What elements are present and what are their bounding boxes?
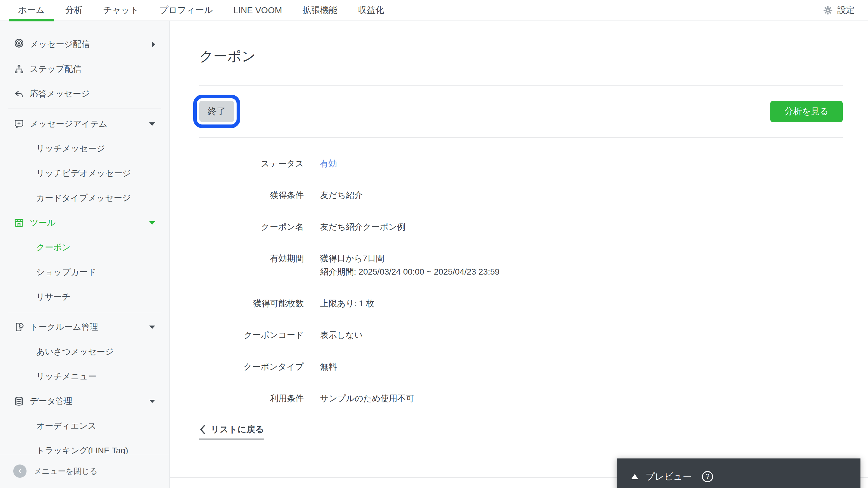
status-filter-ended-button[interactable]: 終了 bbox=[199, 101, 234, 122]
detail-label: クーポンタイプ bbox=[199, 360, 304, 373]
storefront-icon bbox=[13, 217, 24, 228]
detail-row-acquisition-condition: 獲得条件 友だち紹介 bbox=[199, 189, 843, 202]
chevron-down-icon bbox=[149, 122, 155, 126]
triangle-up-icon bbox=[631, 474, 638, 479]
sidebar-item-shop-card[interactable]: ショップカード bbox=[0, 260, 169, 284]
coupon-toolbar: 終了 分析を見る bbox=[199, 86, 843, 137]
top-navigation: ホーム 分析 チャット プロフィール LINE VOOM 拡張機能 収益化 設定 bbox=[0, 0, 868, 21]
preview-panel-toggle[interactable]: プレビュー ? bbox=[617, 458, 861, 488]
nav-tab-chat[interactable]: チャット bbox=[94, 0, 148, 21]
sidebar-item-audience[interactable]: オーディエンス bbox=[0, 414, 169, 438]
chevron-right-icon bbox=[152, 41, 155, 47]
detail-row-usage-condition: 利用条件 サンプルのため使用不可 bbox=[199, 392, 843, 405]
sidebar-item-label: 応答メッセージ bbox=[30, 88, 90, 99]
detail-row-validity-period: 有効期間 獲得日から7日間 紹介期間: 2025/03/24 00:00 ~ 2… bbox=[199, 252, 843, 278]
detail-row-status: ステータス 有効 bbox=[199, 157, 843, 170]
divider bbox=[199, 137, 843, 138]
broadcast-icon bbox=[13, 39, 24, 50]
main-content: クーポン 終了 分析を見る ステータス 有効 獲得条件 友だち紹介 クーポン名 … bbox=[170, 21, 868, 488]
sidebar-item-rich-message[interactable]: リッチメッセージ bbox=[0, 136, 169, 161]
sidebar-section-tools[interactable]: ツール bbox=[0, 210, 169, 235]
detail-row-acquirable-count: 獲得可能枚数 上限あり: 1 枚 bbox=[199, 297, 843, 310]
detail-row-coupon-name: クーポン名 友だち紹介クーポン例 bbox=[199, 220, 843, 234]
detail-row-coupon-type: クーポンタイプ 無料 bbox=[199, 360, 843, 373]
coupon-details: ステータス 有効 獲得条件 友だち紹介 クーポン名 友だち紹介クーポン例 有効期… bbox=[199, 157, 843, 405]
page-title: クーポン bbox=[199, 47, 843, 66]
sidebar-item-message-broadcast[interactable]: メッセージ配信 bbox=[0, 32, 169, 57]
sidebar-item-label: データ管理 bbox=[30, 395, 72, 407]
phone-chat-icon bbox=[13, 322, 24, 333]
detail-value: 友だち紹介クーポン例 bbox=[320, 220, 405, 234]
detail-row-coupon-code: クーポンコード 表示しない bbox=[199, 329, 843, 342]
sidebar-item-rich-video-message[interactable]: リッチビデオメッセージ bbox=[0, 161, 169, 186]
sidebar-item-rich-menu[interactable]: リッチメニュー bbox=[0, 364, 169, 389]
sidebar-section-talk-room[interactable]: トークルーム管理 bbox=[0, 315, 169, 339]
detail-value: 友だち紹介 bbox=[320, 189, 363, 202]
detail-label: 獲得可能枚数 bbox=[199, 297, 304, 310]
chevron-down-icon bbox=[149, 400, 155, 403]
status-value-link[interactable]: 有効 bbox=[320, 157, 337, 170]
sidebar-item-step-broadcast[interactable]: ステップ配信 bbox=[0, 57, 169, 81]
sidebar-item-greeting-message[interactable]: あいさつメッセージ bbox=[0, 339, 169, 364]
detail-label: 利用条件 bbox=[199, 392, 304, 405]
nav-tab-monetization[interactable]: 収益化 bbox=[349, 0, 393, 21]
chevron-left-icon bbox=[199, 425, 206, 434]
nav-tab-home[interactable]: ホーム bbox=[9, 0, 54, 21]
view-analytics-button[interactable]: 分析を見る bbox=[770, 101, 843, 122]
settings-label: 設定 bbox=[837, 4, 855, 16]
sidebar-section-message-items[interactable]: メッセージアイテム bbox=[0, 112, 169, 136]
sidebar-item-auto-reply[interactable]: 応答メッセージ bbox=[0, 81, 169, 106]
detail-value: 無料 bbox=[320, 360, 337, 373]
detail-label: ステータス bbox=[199, 157, 304, 170]
sidebar-item-research[interactable]: リサーチ bbox=[0, 284, 169, 309]
back-to-list-label: リストに戻る bbox=[211, 424, 264, 435]
back-to-list-link[interactable]: リストに戻る bbox=[199, 424, 264, 439]
chevron-left-circle-icon bbox=[13, 464, 27, 478]
nav-tab-line-voom[interactable]: LINE VOOM bbox=[224, 0, 291, 21]
detail-value: サンプルのため使用不可 bbox=[320, 392, 414, 405]
sidebar-item-label: メッセージ配信 bbox=[30, 38, 90, 50]
bubble-plus-icon bbox=[13, 118, 24, 129]
sidebar-item-label: ツール bbox=[30, 217, 56, 228]
sidebar: メッセージ配信 ステップ配信 応答メッセージ bbox=[0, 21, 170, 488]
sidebar-item-card-type-message[interactable]: カードタイプメッセージ bbox=[0, 186, 169, 210]
gear-icon bbox=[823, 5, 833, 16]
preview-label: プレビュー bbox=[646, 470, 692, 483]
nav-tab-profile[interactable]: プロフィール bbox=[150, 0, 222, 21]
nav-tab-extensions[interactable]: 拡張機能 bbox=[293, 0, 347, 21]
help-icon[interactable]: ? bbox=[702, 471, 713, 482]
sidebar-divider bbox=[8, 312, 161, 312]
collapse-menu-label: メニューを閉じる bbox=[34, 466, 98, 477]
chevron-down-icon bbox=[149, 326, 155, 329]
chevron-down-icon bbox=[149, 221, 155, 224]
database-icon bbox=[13, 396, 24, 407]
settings-button[interactable]: 設定 bbox=[823, 4, 855, 16]
detail-value: 表示しない bbox=[320, 329, 363, 342]
sitemap-icon bbox=[13, 64, 24, 74]
validity-line-1: 獲得日から7日間 bbox=[320, 252, 499, 265]
detail-label: クーポンコード bbox=[199, 329, 304, 342]
nav-tab-analytics[interactable]: 分析 bbox=[56, 0, 92, 21]
sidebar-item-coupon[interactable]: クーポン bbox=[0, 235, 169, 260]
detail-label: クーポン名 bbox=[199, 220, 304, 234]
detail-value: 上限あり: 1 枚 bbox=[320, 297, 374, 310]
detail-label: 有効期間 bbox=[199, 252, 304, 265]
sidebar-item-label: トークルーム管理 bbox=[30, 321, 98, 333]
reply-arrow-icon bbox=[13, 88, 24, 99]
validity-line-2: 紹介期間: 2025/03/24 00:00 ~ 2025/04/23 23:5… bbox=[320, 265, 499, 278]
sidebar-item-label: メッセージアイテム bbox=[30, 118, 107, 130]
sidebar-item-label: ステップ配信 bbox=[30, 63, 82, 75]
detail-value: 獲得日から7日間 紹介期間: 2025/03/24 00:00 ~ 2025/0… bbox=[320, 252, 499, 278]
sidebar-divider bbox=[8, 109, 161, 109]
sidebar-section-data-management[interactable]: データ管理 bbox=[0, 389, 169, 414]
detail-label: 獲得条件 bbox=[199, 189, 304, 202]
collapse-menu-button[interactable]: メニューを閉じる bbox=[0, 454, 169, 488]
